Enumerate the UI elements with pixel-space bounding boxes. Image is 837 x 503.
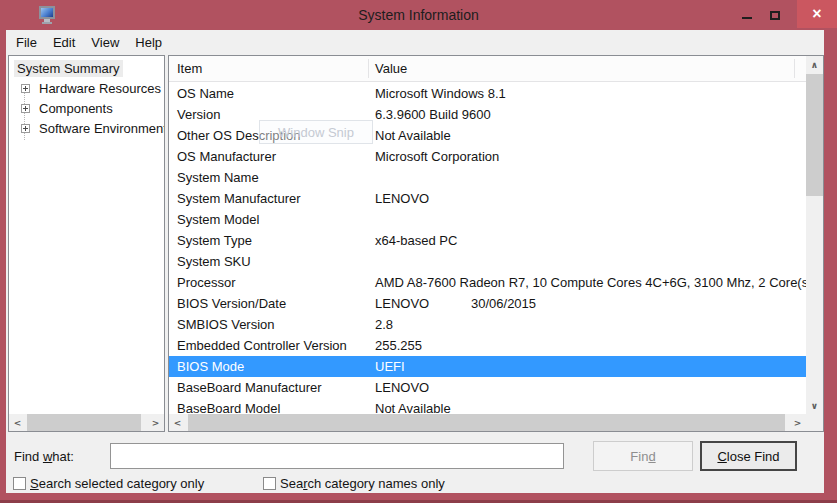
table-row[interactable]: System Name	[169, 167, 806, 188]
menu-item-view[interactable]: View	[83, 30, 127, 54]
table-row[interactable]: BIOS Mode UEFI	[169, 356, 806, 377]
system-information-window: System Information × FileEditViewHelp Sy…	[0, 0, 837, 503]
table-row[interactable]: System SKU	[169, 251, 806, 272]
checkbox-label: Search category names only	[280, 476, 445, 491]
menu-bar: FileEditViewHelp	[6, 30, 824, 54]
table-row[interactable]: BaseBoard Model Not Available	[169, 398, 806, 414]
close-find-button[interactable]: Close Find	[700, 441, 797, 471]
app-icon[interactable]	[39, 6, 57, 24]
menu-item-file[interactable]: File	[8, 30, 45, 54]
item-cell: OS Name	[177, 83, 234, 104]
item-cell: System Name	[177, 167, 259, 188]
item-cell: BIOS Mode	[177, 356, 244, 377]
tree-item-software-environment[interactable]: Software Environment	[9, 118, 164, 138]
value-cell: Not Available	[375, 398, 451, 414]
item-cell: Embedded Controller Version	[177, 335, 347, 356]
scrollbar-corner	[806, 414, 823, 431]
checkbox-search-category-names[interactable]: Search category names only	[263, 476, 445, 491]
table-row[interactable]: OS Manufacturer Microsoft Corporation	[169, 146, 806, 167]
scrollbar-thumb[interactable]	[188, 414, 785, 431]
expand-icon[interactable]	[21, 124, 30, 133]
value-date-cell: 30/06/2015	[471, 293, 536, 314]
item-cell: BaseBoard Manufacturer	[177, 377, 322, 398]
close-button[interactable]: ×	[797, 0, 837, 28]
scroll-left-icon[interactable]: <	[169, 414, 186, 431]
vertical-scrollbar[interactable]: ∧ ∨	[806, 56, 823, 414]
table-row[interactable]: System Manufacturer LENOVO	[169, 188, 806, 209]
item-cell: System SKU	[177, 251, 251, 272]
table-row[interactable]: Version 6.3.9600 Build 9600	[169, 104, 806, 125]
scrollbar-thumb[interactable]	[27, 414, 141, 431]
maximize-button[interactable]	[761, 0, 789, 28]
tree-horizontal-scrollbar[interactable]: < >	[9, 414, 164, 431]
table-row[interactable]: BaseBoard Manufacturer LENOVO	[169, 377, 806, 398]
minimize-icon	[742, 17, 752, 19]
column-divider[interactable]	[794, 59, 795, 78]
scroll-up-icon[interactable]: ∧	[806, 56, 823, 73]
item-cell: System Manufacturer	[177, 188, 301, 209]
category-tree: System Summary Hardware Resources Compon…	[9, 58, 164, 138]
list-horizontal-scrollbar[interactable]: < >	[169, 414, 806, 431]
checkbox-search-selected-category[interactable]: Search selected category only	[13, 476, 204, 491]
find-input[interactable]	[110, 443, 564, 469]
tree-item-label: Components	[36, 100, 116, 117]
menu-item-edit[interactable]: Edit	[45, 30, 83, 54]
expand-icon[interactable]	[21, 84, 30, 93]
table-row[interactable]: System Type x64-based PC	[169, 230, 806, 251]
menu-item-label: View	[91, 35, 119, 50]
find-button[interactable]: Find	[593, 441, 693, 471]
checkbox-icon[interactable]	[263, 477, 276, 490]
item-cell: Processor	[177, 272, 236, 293]
scroll-right-icon[interactable]: >	[789, 414, 806, 431]
value-cell: UEFI	[375, 356, 405, 377]
table-row[interactable]: OS Name Microsoft Windows 8.1	[169, 83, 806, 104]
table-row[interactable]: BIOS Version/Date LENOVO 30/06/2015	[169, 293, 806, 314]
tree-item-hardware-resources[interactable]: Hardware Resources	[9, 78, 164, 98]
find-what-label: Find what:	[14, 449, 74, 464]
value-cell: Microsoft Windows 8.1	[375, 83, 506, 104]
item-cell: Version	[177, 104, 220, 125]
column-divider[interactable]	[368, 59, 369, 78]
window-body: FileEditViewHelp System Summary Hardware…	[6, 30, 824, 493]
table-row[interactable]: SMBIOS Version 2.8	[169, 314, 806, 335]
list-header: Item Value	[169, 56, 806, 82]
details-rows: OS Name Microsoft Windows 8.1 Version 6.…	[169, 83, 806, 414]
details-list-pane: Item Value OS Name Microsoft Windows 8.1…	[168, 55, 824, 432]
value-cell: 255.255	[375, 335, 422, 356]
value-cell: LENOVO	[375, 293, 429, 314]
column-header-value[interactable]: Value	[375, 56, 407, 81]
close-icon: ×	[812, 0, 821, 28]
table-row[interactable]: Other OS Description Not Available	[169, 125, 806, 146]
value-cell: Not Available	[375, 125, 451, 146]
checkbox-icon[interactable]	[13, 477, 26, 490]
table-row[interactable]: System Model	[169, 209, 806, 230]
table-row[interactable]: Embedded Controller Version 255.255	[169, 335, 806, 356]
scroll-right-icon[interactable]: >	[147, 414, 164, 431]
table-row[interactable]: Processor AMD A8-7600 Radeon R7, 10 Comp…	[169, 272, 806, 293]
tree-item-components[interactable]: Components	[9, 98, 164, 118]
tree-item-label: Software Environment	[36, 120, 164, 137]
tree-item-label: Hardware Resources	[36, 80, 164, 97]
title-bar: System Information ×	[0, 0, 837, 30]
minimize-button[interactable]	[733, 0, 761, 28]
tree-item-system-summary[interactable]: System Summary	[9, 58, 164, 78]
menu-item-help[interactable]: Help	[127, 30, 170, 54]
window-title: System Information	[358, 0, 479, 30]
item-cell: BaseBoard Model	[177, 398, 280, 414]
item-cell: SMBIOS Version	[177, 314, 275, 335]
scroll-down-icon[interactable]: ∨	[806, 397, 823, 414]
value-cell: 2.8	[375, 314, 393, 335]
scrollbar-thumb[interactable]	[806, 74, 823, 196]
menu-item-label: Help	[135, 35, 162, 50]
expand-icon[interactable]	[21, 104, 30, 113]
menu-item-label: File	[16, 35, 37, 50]
value-cell: x64-based PC	[375, 230, 457, 251]
item-cell: Other OS Description	[177, 125, 301, 146]
item-cell: OS Manufacturer	[177, 146, 276, 167]
window-bottom-border	[0, 493, 837, 503]
item-cell: System Type	[177, 230, 252, 251]
menu-item-label: Edit	[53, 35, 75, 50]
column-header-item[interactable]: Item	[177, 56, 202, 81]
item-cell: System Model	[177, 209, 259, 230]
scroll-left-icon[interactable]: <	[9, 414, 26, 431]
